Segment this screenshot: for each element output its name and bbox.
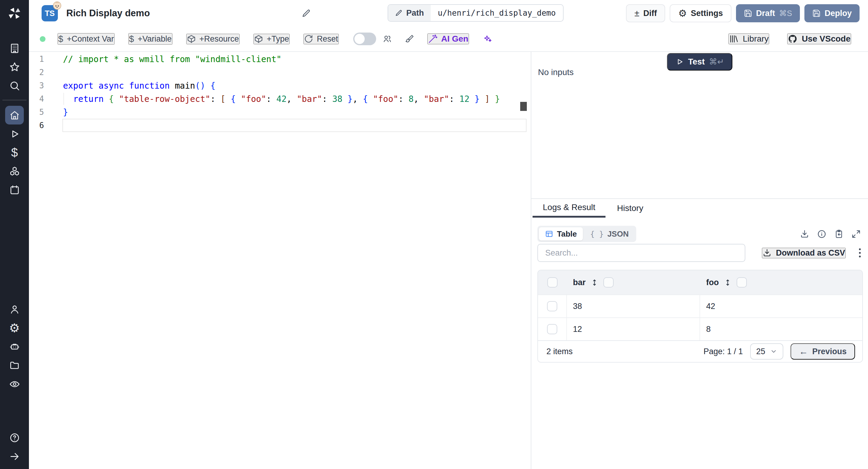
pencil-icon [395,9,403,17]
path-value[interactable]: u/henri/rich_display_demo [431,5,563,21]
add-variable-button[interactable]: $ +Variable [128,33,173,44]
multiplayer-toggle[interactable] [353,33,376,45]
code-line-1[interactable]: 1// import * as wmill from "windmill-cli… [29,53,531,66]
table-row[interactable]: 3842 [538,294,862,317]
sort-icon[interactable] [724,279,732,287]
view-switcher: Table { } JSON [537,226,636,242]
sidebar-item-help[interactable] [5,428,24,447]
windmill-logo-icon[interactable] [0,4,29,22]
sidebar-item-cubes[interactable] [5,162,24,181]
no-inputs-label: No inputs [538,67,574,77]
search-input[interactable] [537,244,745,262]
previous-page-button[interactable]: ← Previous [790,343,855,359]
test-shortcut: ⌘↵ [709,57,724,67]
sidebar-item-dollar[interactable]: $ [5,143,24,162]
arrow-left-icon: ← [799,346,808,356]
download-icon[interactable] [800,229,809,239]
package-icon [254,34,263,43]
column-filter-box[interactable] [603,277,614,287]
cell-value: 38 [573,302,582,311]
sparkles-icon[interactable] [483,34,492,43]
test-button[interactable]: Test ⌘↵ [667,53,733,70]
diff-button[interactable]: ± Diff [626,4,665,22]
sidebar-item-folder[interactable] [5,356,24,375]
library-button[interactable]: Library [728,33,770,44]
add-context-var-button[interactable]: $ +Context Var [58,33,115,44]
code-line-6[interactable]: 6 [29,119,531,132]
sidebar-group-main: $ [0,106,29,199]
page-title: Rich Display demo [66,8,150,19]
code-lines[interactable]: 1// import * as wmill from "windmill-cli… [29,53,531,132]
code-line-5[interactable]: 5} [29,105,531,119]
download-icon [763,248,772,257]
sidebar: $ ⚙ [0,0,29,469]
code-line-4[interactable]: 4 return { "table-row-object": [ { "foo"… [29,92,531,105]
sidebar-item-play[interactable] [5,124,24,143]
topbar: TS Rich Display demo Path u/henri/rich_d… [29,0,868,27]
github-icon [788,34,798,44]
editor-scrollbar-thumb[interactable] [520,102,527,111]
edit-title-pencil-icon[interactable] [300,7,312,19]
deploy-button[interactable]: Deploy [804,4,860,22]
column-header-bar: bar [567,270,700,294]
settings-button[interactable]: ⚙ Settings [670,4,731,22]
ai-gen-button[interactable]: AI Gen [427,33,469,44]
row-checkbox[interactable] [547,324,557,334]
sidebar-item-arrow-right[interactable] [5,447,24,466]
kebab-menu-icon[interactable] [859,247,861,258]
add-resource-button[interactable]: +Resource [186,34,240,44]
pagination: Page: 1 / 1 25 ← Previous [704,343,855,359]
save-icon [744,9,752,18]
reset-button[interactable]: Reset [304,34,339,44]
view-json-option[interactable]: { } JSON [584,227,635,241]
select-all-checkbox[interactable] [547,277,558,287]
sidebar-item-star[interactable] [5,58,24,76]
test-row: Test ⌘↵ [531,53,868,70]
sidebar-group-bottom [0,428,29,466]
result-actions [800,229,861,239]
sidebar-item-home[interactable] [5,106,24,124]
sidebar-item-building[interactable] [5,39,24,58]
sidebar-item-calendar[interactable] [5,181,24,199]
sidebar-group-admin: ⚙ [0,300,29,393]
column-filter-box[interactable] [737,277,747,287]
draft-button[interactable]: Draft ⌘S [736,4,800,22]
code-line-2[interactable]: 2 [29,66,531,79]
code-editor[interactable]: 1// import * as wmill from "windmill-cli… [29,52,531,469]
items-count: 2 items [547,347,572,356]
table-body: 3842128 [538,294,862,340]
sidebar-item-search[interactable] [5,76,24,95]
tab-history[interactable]: History [613,199,647,218]
path-label: Path [388,5,431,21]
sidebar-item-robot[interactable] [5,337,24,356]
draft-shortcut: ⌘S [779,9,792,18]
add-type-button[interactable]: +Type [253,34,290,44]
format-brush-icon[interactable] [405,34,414,43]
column-label: foo [706,278,719,287]
use-vscode-button[interactable]: Use VScode [787,33,851,44]
expand-icon[interactable] [851,229,861,239]
sidebar-item-gear[interactable]: ⚙ [5,319,24,337]
sidebar-divider [2,100,27,100]
sidebar-item-eye[interactable] [5,375,24,393]
clipboard-copy-icon[interactable] [834,229,844,239]
tab-logs-result[interactable]: Logs & Result [532,199,606,218]
sidebar-item-user[interactable] [5,300,24,319]
info-icon[interactable] [817,229,827,239]
table-footer: 2 items Page: 1 / 1 25 ← Previous [538,340,862,362]
path-control[interactable]: Path u/henri/rich_display_demo [388,4,564,22]
table-row[interactable]: 128 [538,317,862,340]
sort-icon[interactable] [590,279,598,287]
reset-icon [304,34,313,43]
view-table-option[interactable]: Table [539,227,583,241]
collaborators-icon[interactable] [383,34,392,43]
row-checkbox[interactable] [547,301,557,311]
chevron-down-icon [770,348,777,355]
code-line-3[interactable]: 3export async function main() { [29,79,531,92]
page-size-select[interactable]: 25 [750,343,783,359]
gear-icon: ⚙ [678,8,687,18]
result-view-toolbar: Table { } JSON [537,226,861,242]
line-number: 6 [29,121,44,130]
download-csv-button[interactable]: Download as CSV [762,248,846,258]
cell-value: 42 [706,302,715,311]
